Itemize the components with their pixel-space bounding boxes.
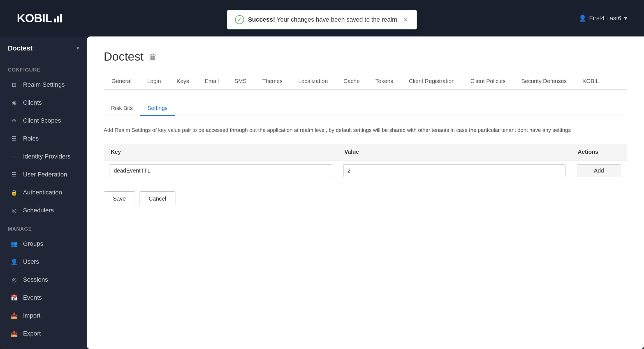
- tab-security-defenses[interactable]: Security Defenses: [513, 74, 574, 90]
- sidebar-item-label: User Federation: [23, 171, 67, 178]
- actions-cell: Add: [571, 160, 627, 181]
- identity-providers-icon: —: [10, 153, 18, 160]
- logo-icon: [54, 14, 62, 22]
- tab-kobil[interactable]: KOBIL: [574, 74, 607, 90]
- manage-section-label: Manage: [0, 219, 87, 235]
- tab-localization[interactable]: Localization: [290, 74, 336, 90]
- sidebar-item-label: Import: [23, 312, 40, 319]
- user-chevron-icon: ▾: [624, 15, 627, 22]
- sidebar-item-label: Events: [23, 294, 42, 301]
- subtabs: Risk Bits Settings: [104, 101, 627, 116]
- subtab-risk-bits[interactable]: Risk Bits: [104, 101, 140, 116]
- toast-message: Success! Your changes have been saved to…: [248, 16, 399, 23]
- sidebar-item-label: Roles: [23, 135, 39, 142]
- authentication-icon: 🔒: [10, 189, 18, 196]
- user-name: First4 Last6: [589, 15, 621, 22]
- value-cell: [338, 160, 571, 181]
- realm-selector[interactable]: Doctest ▾: [0, 36, 87, 60]
- sidebar-item-schedulers[interactable]: ◎ Schedulers: [2, 201, 85, 219]
- user-federation-icon: ☰: [10, 171, 18, 178]
- realm-chevron-icon: ▾: [77, 45, 79, 51]
- tab-client-policies[interactable]: Client Policies: [462, 74, 513, 90]
- sidebar-item-events[interactable]: 📅 Events: [2, 289, 85, 307]
- sidebar-item-clients[interactable]: ◉ Clients: [2, 94, 85, 112]
- sidebar-item-label: Authentication: [23, 189, 62, 196]
- save-button[interactable]: Save: [104, 191, 135, 206]
- topbar: KOBIL ✓ Success! Your changes have been …: [0, 0, 644, 36]
- realm-settings-icon: ⊞: [10, 81, 18, 89]
- sidebar-item-label: Identity Providers: [23, 153, 71, 160]
- sidebar-item-sessions[interactable]: ◎ Sessions: [2, 271, 85, 289]
- toast-rest: Your changes have been saved to the real…: [277, 16, 399, 23]
- tab-login[interactable]: Login: [139, 74, 169, 90]
- page-header: Doctest 🗑: [104, 50, 627, 63]
- sidebar-item-export[interactable]: 📤 Export: [2, 325, 85, 343]
- settings-table: Key Value Actions Add: [104, 143, 627, 181]
- sidebar-item-users[interactable]: 👤 Users: [2, 253, 85, 271]
- sidebar-item-realm-settings[interactable]: ⊞ Realm Settings: [2, 76, 85, 94]
- tab-keys[interactable]: Keys: [169, 74, 197, 90]
- export-icon: 📤: [10, 330, 18, 337]
- table-row: Add: [104, 160, 627, 181]
- sidebar-item-identity-providers[interactable]: — Identity Providers: [2, 148, 85, 166]
- tab-themes[interactable]: Themes: [254, 74, 290, 90]
- clients-icon: ◉: [10, 99, 18, 107]
- users-icon: 👤: [10, 258, 18, 266]
- import-icon: 📥: [10, 312, 18, 320]
- roles-icon: ☰: [10, 135, 18, 143]
- sidebar-item-authentication[interactable]: 🔒 Authentication: [2, 183, 85, 201]
- sidebar: Doctest ▾ Configure ⊞ Realm Settings ◉ C…: [0, 36, 87, 349]
- content-area: Doctest 🗑 General Login Keys Email SMS T…: [87, 36, 644, 349]
- configure-section-label: Configure: [0, 60, 87, 76]
- tab-general[interactable]: General: [104, 74, 139, 90]
- delete-realm-button[interactable]: 🗑: [149, 52, 157, 61]
- tab-client-registration[interactable]: Client Registration: [401, 74, 462, 90]
- main-tabs: General Login Keys Email SMS Themes Loca…: [104, 74, 627, 90]
- sidebar-item-user-federation[interactable]: ☰ User Federation: [2, 166, 85, 183]
- schedulers-icon: ◎: [10, 206, 18, 214]
- tab-cache[interactable]: Cache: [336, 74, 368, 90]
- key-input[interactable]: [110, 164, 332, 177]
- sidebar-item-label: Export: [23, 330, 41, 337]
- sidebar-item-label: Schedulers: [23, 207, 54, 214]
- realm-name: Doctest: [8, 44, 33, 52]
- sidebar-item-label: Sessions: [23, 276, 48, 283]
- main-layout: Doctest ▾ Configure ⊞ Realm Settings ◉ C…: [0, 36, 644, 349]
- action-row: Save Cancel: [104, 191, 627, 206]
- sidebar-item-label: Users: [23, 258, 39, 265]
- success-toast: ✓ Success! Your changes have been saved …: [227, 10, 417, 29]
- success-icon: ✓: [235, 15, 244, 24]
- logo: KOBIL: [17, 12, 62, 25]
- sessions-icon: ◎: [10, 276, 18, 284]
- key-cell: [104, 160, 338, 181]
- sidebar-item-label: Realm Settings: [23, 81, 65, 88]
- client-scopes-icon: ⚙: [10, 117, 18, 125]
- user-menu[interactable]: 👤 First4 Last6 ▾: [579, 15, 627, 22]
- add-button[interactable]: Add: [577, 164, 622, 177]
- sidebar-item-label: Client Scopes: [23, 117, 61, 124]
- toast-close-button[interactable]: ×: [403, 16, 409, 24]
- sidebar-item-groups[interactable]: 👥 Groups: [2, 235, 85, 253]
- events-icon: 📅: [10, 294, 18, 302]
- user-icon: 👤: [579, 15, 586, 22]
- table-header-row: Key Value Actions: [104, 143, 627, 160]
- col-actions-header: Actions: [571, 143, 627, 160]
- tab-sms[interactable]: SMS: [227, 74, 254, 90]
- sidebar-item-label: Clients: [23, 99, 42, 106]
- value-input[interactable]: [343, 164, 566, 177]
- col-key-header: Key: [104, 143, 338, 160]
- tab-tokens[interactable]: Tokens: [368, 74, 401, 90]
- groups-icon: 👥: [10, 240, 18, 248]
- subtab-settings[interactable]: Settings: [140, 101, 175, 116]
- logo-text: KOBIL: [17, 12, 52, 25]
- toast-strong: Success!: [248, 16, 275, 23]
- settings-description: Add Realm Settings of key value pair to …: [104, 126, 627, 134]
- col-value-header: Value: [338, 143, 571, 160]
- tab-email[interactable]: Email: [197, 74, 227, 90]
- sidebar-item-client-scopes[interactable]: ⚙ Client Scopes: [2, 112, 85, 130]
- sidebar-item-import[interactable]: 📥 Import: [2, 307, 85, 325]
- page-title: Doctest: [104, 50, 143, 63]
- sidebar-item-roles[interactable]: ☰ Roles: [2, 130, 85, 148]
- cancel-button[interactable]: Cancel: [140, 191, 175, 206]
- sidebar-item-label: Groups: [23, 240, 43, 247]
